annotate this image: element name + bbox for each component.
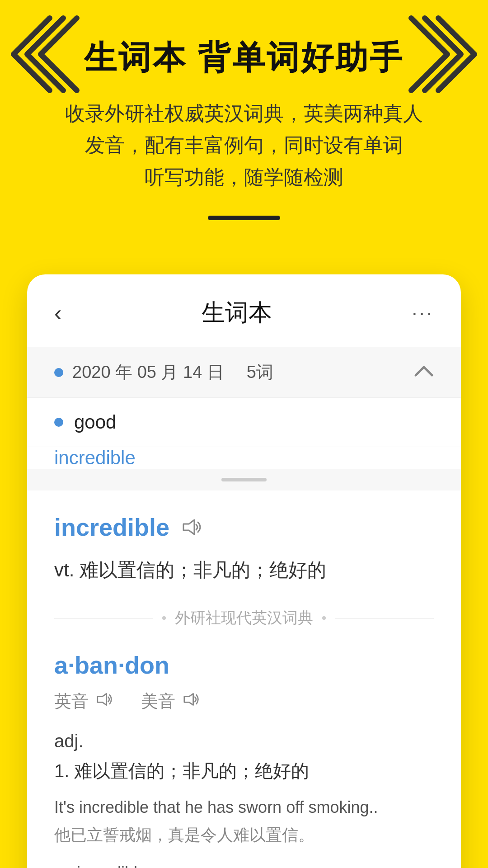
dictionary-section: incredible vt. 难以置信的；非凡的；绝好的 外研社现代英汉词典 — [27, 491, 461, 868]
word-count: 5词 — [247, 361, 273, 384]
date-text: 2020 年 05 月 14 日 — [72, 361, 224, 384]
word-incredible: incredible — [27, 434, 163, 482]
sound-icon[interactable] — [180, 516, 203, 538]
word-list: good incredible — [27, 397, 461, 469]
card-title: 生词本 — [202, 297, 272, 329]
uk-audio[interactable]: 英音 — [54, 690, 114, 713]
uk-sound-icon[interactable] — [96, 691, 114, 712]
more-button[interactable]: ··· — [412, 302, 434, 324]
dict-word: incredible — [54, 513, 169, 541]
word-dot — [54, 418, 63, 427]
divider-right — [335, 618, 434, 618]
word-good: good — [74, 411, 116, 433]
chevron-top-left-decoration — [9, 9, 81, 101]
collapse-button[interactable] — [414, 363, 434, 382]
card-section: ‹ 生词本 ··· 2020 年 05 月 14 日 5词 good — [0, 274, 488, 868]
white-card: ‹ 生词本 ··· 2020 年 05 月 14 日 5词 good — [27, 274, 461, 868]
divider-dot-right — [322, 616, 326, 620]
uk-label: 英音 — [54, 690, 89, 713]
date-left: 2020 年 05 月 14 日 5词 — [54, 361, 273, 384]
meaning-text: 1. 难以置信的；非凡的；绝好的 — [54, 759, 434, 783]
divider-dot-left — [162, 616, 166, 620]
divider-left — [54, 618, 153, 618]
chevron-top-right-decoration — [407, 9, 479, 101]
date-dot — [54, 368, 63, 377]
dict-word-header: incredible — [54, 513, 434, 541]
us-audio[interactable]: 美音 — [141, 690, 201, 713]
pos-text: adj. — [54, 731, 434, 751]
example-zh-1: 他已立誓戒烟，真是令人难以置信。 — [54, 824, 434, 846]
example-en-2: an incredible car. — [54, 860, 434, 868]
card-header: ‹ 生词本 ··· — [27, 274, 461, 347]
svg-marker-1 — [98, 694, 107, 705]
date-row: 2020 年 05 月 14 日 5词 — [27, 347, 461, 397]
phonetic-word: a·ban·don — [54, 651, 434, 679]
source-divider: 外研社现代英汉词典 — [54, 608, 434, 628]
phonetic-row: 英音 美音 — [54, 690, 434, 713]
list-item[interactable]: incredible — [27, 447, 461, 469]
us-label: 美音 — [141, 690, 175, 713]
main-title: 生词本 背单词好助手 — [27, 36, 461, 80]
top-section: 生词本 背单词好助手 收录外研社权威英汉词典，英美两种真人 发音，配有丰富例句，… — [0, 0, 488, 274]
svg-marker-2 — [184, 694, 193, 705]
svg-marker-0 — [183, 520, 194, 534]
source-label: 外研社现代英汉词典 — [175, 608, 313, 628]
us-sound-icon[interactable] — [183, 691, 201, 712]
example-en-1: It's incredible that he has sworn off sm… — [54, 794, 434, 821]
scroll-bar — [221, 478, 267, 481]
subtitle: 收录外研社权威英汉词典，英美两种真人 发音，配有丰富例句，同时设有单词 听写功能… — [27, 98, 461, 193]
dict-definition: vt. 难以置信的；非凡的；绝好的 — [54, 555, 434, 585]
back-button[interactable]: ‹ — [54, 302, 62, 324]
title-divider — [208, 216, 280, 220]
